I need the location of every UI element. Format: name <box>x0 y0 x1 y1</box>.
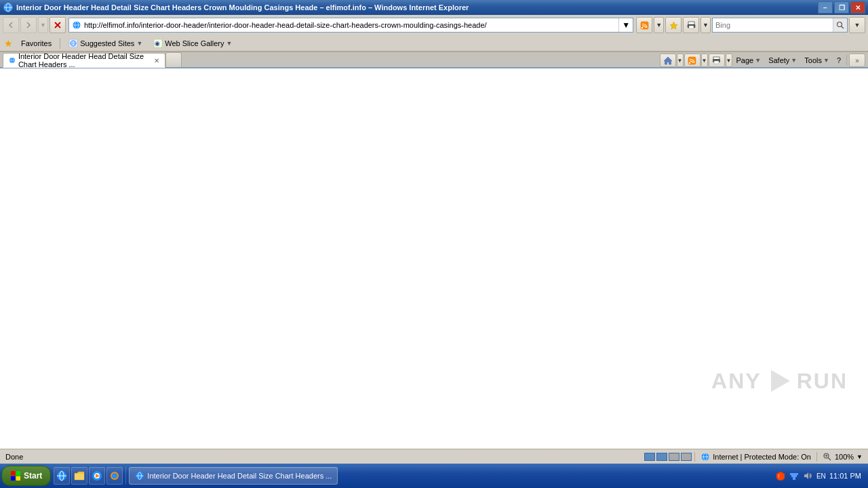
taskbar-firefox-icon[interactable] <box>106 467 123 485</box>
content-area: ANY RUN <box>0 68 868 449</box>
forward-button[interactable] <box>20 17 37 33</box>
svg-rect-44 <box>16 476 21 481</box>
progress-seg-1 <box>644 453 655 461</box>
taskbar-clock[interactable]: 11:01 PM <box>829 471 861 481</box>
progress-seg-4 <box>681 453 692 461</box>
suggested-sites-label: Suggested Sites <box>80 39 134 47</box>
svg-text:!: ! <box>778 474 779 479</box>
help-menu-button[interactable]: ? <box>833 54 844 67</box>
close-button[interactable]: ✕ <box>850 1 865 14</box>
tab-0-label: Interior Door Header Head Detail Size Ch… <box>18 52 149 68</box>
start-label: Start <box>24 471 42 481</box>
svg-rect-61 <box>790 473 798 475</box>
rss2-button[interactable] <box>684 54 701 67</box>
tools-menu-caret: ▼ <box>823 57 829 64</box>
search-input[interactable] <box>713 21 833 29</box>
page-menu-label: Page <box>736 56 754 64</box>
taskbar-window-item[interactable]: Interior Door Header Head Detail Size Ch… <box>129 467 338 485</box>
address-bar[interactable]: ▼ <box>68 18 633 33</box>
favorites-label[interactable]: Favorites <box>17 38 56 49</box>
svg-point-54 <box>113 474 116 477</box>
minimize-button[interactable]: − <box>818 1 833 14</box>
taskbar-ie-icon[interactable] <box>54 467 70 485</box>
svg-rect-43 <box>11 476 16 481</box>
expand-toolbar-button[interactable]: » <box>849 54 865 67</box>
rss-button[interactable] <box>636 17 652 33</box>
ie-status-icon <box>701 452 710 462</box>
status-zoom[interactable]: 100% ▼ <box>816 452 868 462</box>
svg-point-28 <box>689 62 690 63</box>
svg-rect-42 <box>16 471 21 476</box>
safety-menu-button[interactable]: Safety ▼ <box>765 54 800 67</box>
print-dropdown-button[interactable]: ▼ <box>701 17 711 33</box>
start-button[interactable]: Start <box>1 466 51 486</box>
nav-row: ▼ ▼ <box>0 15 868 35</box>
zoom-text: 100% <box>835 453 854 461</box>
safety-menu-label: Safety <box>768 56 789 64</box>
favorites-star-icon: ★ <box>4 38 13 49</box>
svg-rect-60 <box>791 475 797 477</box>
tabs-bar: Interior Door Header Head Detail Size Ch… <box>0 52 868 68</box>
taskbar-folder-icon[interactable] <box>71 467 87 485</box>
watermark-play-icon <box>766 367 793 394</box>
zoom-icon <box>823 452 832 462</box>
home-button[interactable] <box>660 54 676 67</box>
tab-0[interactable]: Interior Door Header Head Detail Size Ch… <box>3 53 165 68</box>
zoom-dropdown-icon[interactable]: ▼ <box>856 453 863 460</box>
back-button[interactable] <box>3 17 19 33</box>
stop-button[interactable] <box>50 17 66 33</box>
svg-rect-41 <box>11 471 16 476</box>
browser-toolbar: ▼ ▼ <box>0 15 868 52</box>
search-button[interactable] <box>833 18 847 32</box>
tab-0-close-button[interactable]: ✕ <box>154 57 159 64</box>
restore-button[interactable]: ❐ <box>834 1 849 14</box>
status-security: Internet | Protected Mode: On <box>694 452 816 462</box>
svg-point-32 <box>718 60 719 61</box>
web-slice-gallery-item[interactable]: ◉ Web Slice Gallery ▼ <box>149 37 236 49</box>
svg-marker-62 <box>804 472 808 479</box>
home-dropdown-button[interactable]: ▼ <box>677 54 684 67</box>
star-button[interactable] <box>665 17 682 33</box>
page-menu-button[interactable]: Page ▼ <box>733 54 765 67</box>
search-options-button[interactable]: ▼ <box>849 17 865 33</box>
progress-seg-3 <box>669 453 679 461</box>
history-dropdown-button[interactable]: ▼ <box>38 17 48 33</box>
rss2-dropdown-button[interactable]: ▼ <box>701 54 708 67</box>
print-button[interactable] <box>683 17 699 33</box>
svg-marker-33 <box>771 370 790 392</box>
print2-button[interactable] <box>709 54 725 67</box>
favorites-bar: ★ Favorites Suggested Sites ▼ ◉ Web Slic… <box>0 35 868 52</box>
svg-marker-10 <box>670 22 677 29</box>
status-progress <box>642 453 694 461</box>
svg-rect-31 <box>714 61 719 64</box>
taskbar-items: Interior Door Header Head Detail Size Ch… <box>54 467 770 485</box>
title-bar: Interior Door Header Head Detail Size Ch… <box>0 0 868 15</box>
tray-speaker-icon[interactable] <box>802 470 813 481</box>
taskbar: Start <box>0 464 868 488</box>
tab-1[interactable] <box>165 52 182 67</box>
tray-shield-icon[interactable]: ! <box>775 470 786 481</box>
tray-network-icon[interactable] <box>789 470 800 481</box>
svg-rect-13 <box>689 26 694 28</box>
svg-point-9 <box>641 26 642 28</box>
address-input[interactable] <box>84 21 618 29</box>
address-dropdown-button[interactable]: ▼ <box>618 18 633 32</box>
watermark-text-any: ANY <box>711 369 762 394</box>
svg-line-38 <box>828 458 831 460</box>
page-menu-caret: ▼ <box>755 57 761 64</box>
svg-point-14 <box>693 25 694 26</box>
suggested-sites-item[interactable]: Suggested Sites ▼ <box>64 37 146 49</box>
tools-menu-button[interactable]: Tools ▼ <box>801 54 833 67</box>
tray-lang-icon[interactable]: EN <box>816 470 827 481</box>
windows-logo-icon <box>10 470 21 481</box>
window-controls: − ❐ ✕ <box>818 1 865 14</box>
taskbar-separator <box>125 467 126 485</box>
rss-dropdown-button[interactable]: ▼ <box>654 17 664 33</box>
safety-menu-caret: ▼ <box>791 57 797 64</box>
taskbar-mediaplayer-icon[interactable] <box>89 467 105 485</box>
taskbar-window-label: Interior Door Header Head Detail Size Ch… <box>147 472 332 480</box>
clock-time: 11:01 PM <box>829 471 861 481</box>
search-bar[interactable] <box>712 18 848 33</box>
print2-dropdown-button[interactable]: ▼ <box>726 54 732 67</box>
anyrun-watermark: ANY RUN <box>711 367 848 394</box>
